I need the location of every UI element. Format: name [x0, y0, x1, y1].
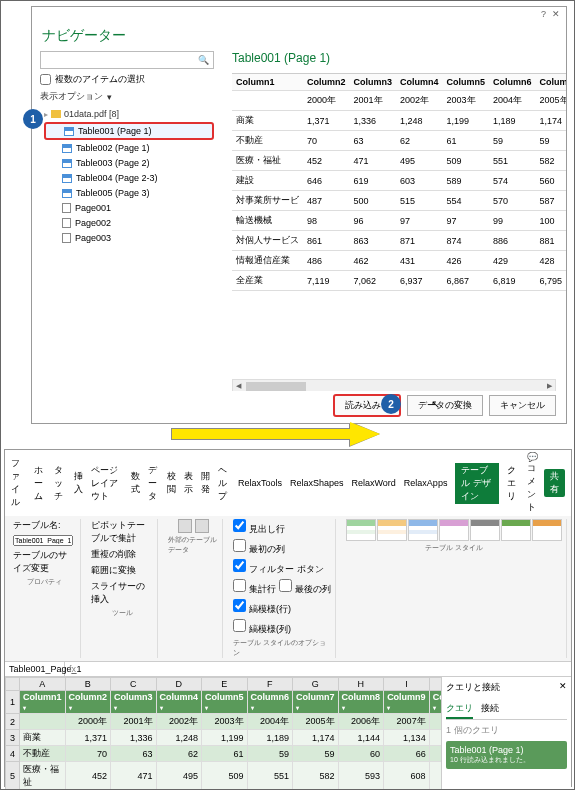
- navigator-dialog: ? ✕ ナビゲーター 🔍 複数のアイテムの選択 表示オプション▾ 01data.…: [31, 6, 567, 424]
- cancel-button[interactable]: キャンセル: [489, 395, 556, 416]
- ribbon-tab[interactable]: 挿入: [74, 470, 83, 496]
- refresh-icon[interactable]: [195, 519, 209, 533]
- query-item[interactable]: Table001 (Page 1)10 行読み込まれました。: [446, 741, 567, 769]
- search-input[interactable]: 🔍: [40, 51, 214, 69]
- transform-button[interactable]: データの変換: [407, 395, 483, 416]
- ribbon-tab[interactable]: タッチ: [54, 464, 66, 503]
- ribbon-group-tools: ピボットテーブルで集計重複の削除範囲に変換スライサーの挿入ツール: [87, 519, 159, 658]
- help-icon[interactable]: ?: [541, 9, 546, 19]
- horizontal-scrollbar[interactable]: [232, 379, 556, 391]
- ribbon-tab[interactable]: 表示: [184, 470, 193, 496]
- table-name-input[interactable]: [13, 535, 73, 546]
- navigator-tree: 01data.pdf [8] Table001 (Page 1)Table002…: [44, 109, 214, 245]
- tree-root[interactable]: 01data.pdf [8]: [44, 109, 214, 119]
- table-style[interactable]: [470, 519, 500, 541]
- table-style[interactable]: [377, 519, 407, 541]
- cursor-icon: ↖: [431, 398, 440, 411]
- tree-item[interactable]: Page001: [44, 201, 214, 215]
- navigator-title: ナビゲーター: [32, 21, 566, 51]
- ribbon-tab[interactable]: ヘルプ: [218, 464, 230, 503]
- ribbon-tab[interactable]: RelaxShapes: [290, 478, 344, 488]
- ribbon-tab[interactable]: ページ レイアウト: [91, 464, 123, 503]
- name-box[interactable]: Table001_Page_1: [5, 662, 65, 676]
- ribbon-tab[interactable]: 数式: [131, 470, 140, 496]
- table-style[interactable]: [532, 519, 562, 541]
- ribbon-group-properties: テーブル名:テーブルのサイズ変更プロパティ: [9, 519, 81, 658]
- preview-table: Column1Column2Column3Column4Column5Colum…: [232, 73, 566, 291]
- step-badge-1: 1: [23, 109, 43, 129]
- table-style[interactable]: [408, 519, 438, 541]
- tree-item[interactable]: Table001 (Page 1): [44, 122, 214, 140]
- search-icon: 🔍: [198, 55, 209, 65]
- multi-select-checkbox[interactable]: 複数のアイテムの選択: [40, 73, 214, 86]
- ribbon: テーブル名:テーブルのサイズ変更プロパティ ピボットテーブルで集計重複の削除範囲…: [5, 516, 571, 662]
- table-icon: [64, 127, 74, 136]
- tree-item[interactable]: Page003: [44, 231, 214, 245]
- preview-title: Table001 (Page 1): [232, 51, 556, 65]
- worksheet[interactable]: ABCDEFGHIJ1Column1Column2Column3Column4C…: [5, 677, 441, 790]
- connections-tab[interactable]: 接続: [481, 700, 499, 719]
- ribbon-tab[interactable]: ファイル: [11, 457, 26, 509]
- tree-item[interactable]: Table003 (Page 2): [44, 156, 214, 170]
- table-icon: [62, 144, 72, 153]
- tree-item[interactable]: Table004 (Page 2-3): [44, 171, 214, 185]
- table-style[interactable]: [501, 519, 531, 541]
- tree-item[interactable]: Table005 (Page 3): [44, 186, 214, 200]
- close-pane-icon[interactable]: ✕: [559, 681, 567, 694]
- ribbon-tab[interactable]: ホーム: [34, 464, 46, 503]
- ribbon-group-styles: テーブル スタイル: [342, 519, 567, 658]
- folder-icon: [51, 110, 61, 118]
- share-button[interactable]: 共有: [544, 469, 565, 497]
- ribbon-tab[interactable]: RelaxApps: [404, 478, 448, 488]
- step-badge-2: 2: [381, 394, 401, 414]
- ribbon-tab[interactable]: RelaxWord: [352, 478, 396, 488]
- ribbon-group-style-options: 見出し行 最初の列 フィルター ボタン 集計行 最後の列 縞模様(行) 縞模様(…: [229, 519, 336, 658]
- tree-item[interactable]: Page002: [44, 216, 214, 230]
- close-icon[interactable]: ✕: [552, 9, 560, 19]
- page-icon: [62, 218, 71, 228]
- queries-pane: クエリと接続✕ クエリ接続 1 個のクエリ Table001 (Page 1)1…: [441, 677, 571, 790]
- ribbon-tab[interactable]: データ: [148, 464, 160, 503]
- export-icon[interactable]: [178, 519, 192, 533]
- table-style[interactable]: [439, 519, 469, 541]
- formula-bar[interactable]: fx: [65, 662, 80, 676]
- page-icon: [62, 233, 71, 243]
- display-options-dropdown[interactable]: 表示オプション▾: [40, 90, 214, 103]
- table-icon: [62, 189, 72, 198]
- ribbon-tab[interactable]: RelaxTools: [238, 478, 282, 488]
- table-icon: [62, 159, 72, 168]
- queries-tab[interactable]: クエリ: [446, 700, 473, 719]
- flow-arrow: [171, 424, 391, 446]
- ribbon-tab-active[interactable]: テーブル デザイン: [455, 463, 499, 504]
- table-icon: [62, 174, 72, 183]
- page-icon: [62, 203, 71, 213]
- excel-window: ファイルホームタッチ挿入ページ レイアウト数式データ校閲表示開発ヘルプRelax…: [4, 449, 572, 787]
- table-style[interactable]: [346, 519, 376, 541]
- ribbon-tab[interactable]: 開発: [201, 470, 210, 496]
- tree-item[interactable]: Table002 (Page 1): [44, 141, 214, 155]
- ribbon-tab[interactable]: 校閲: [167, 470, 176, 496]
- ribbon-group-external: 外部のテーブル データ: [164, 519, 223, 658]
- ribbon-tabs: ファイルホームタッチ挿入ページ レイアウト数式データ校閲表示開発ヘルプRelax…: [5, 450, 571, 516]
